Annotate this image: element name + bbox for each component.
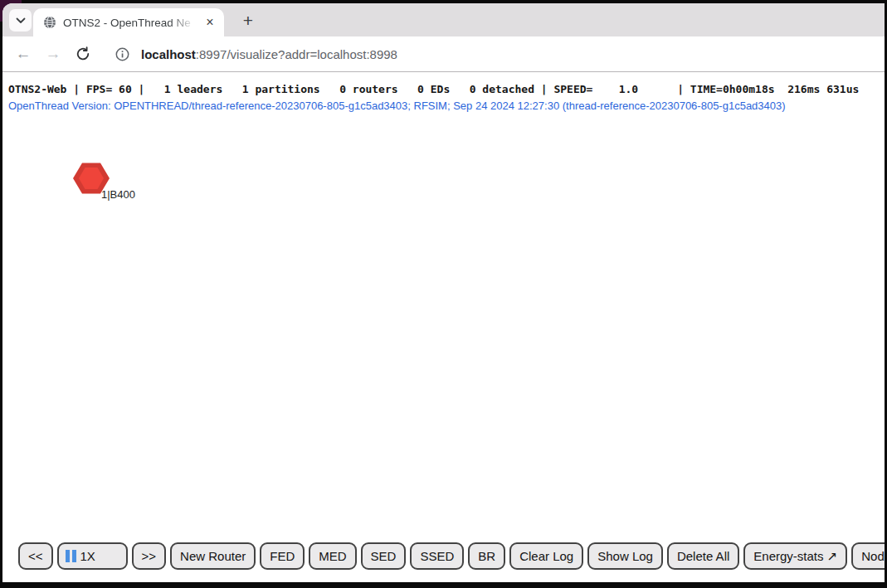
reload-icon [76,46,90,61]
url-text[interactable]: localhost:8997/visualize?addr=localhost:… [141,47,397,61]
delete-all-button-label: Delete All [677,549,729,563]
speed-down-button[interactable]: << [18,542,53,570]
browser-window: OTNS2 - OpenThread Ne × + ← → [2,3,885,582]
back-arrow-icon: ← [16,45,32,63]
globe-icon [43,16,56,29]
new-router-button[interactable]: New Router [170,542,256,570]
delete-all-button[interactable]: Delete All [667,542,739,570]
url-path: :8997/visualize?addr=localhost:8998 [196,47,397,61]
tab-title: OTNS2 - OpenThread Ne [63,17,199,29]
browser-tab[interactable]: OTNS2 - OpenThread Ne × [33,8,224,36]
show-log-button[interactable]: Show Log [587,542,663,570]
clear-log-button-label: Clear Log [519,549,573,563]
speed-up-button-label: >> [142,549,157,563]
back-button[interactable]: ← [11,41,36,66]
address-bar: ← → localhost:8997/visualize?addr=localh… [2,36,885,72]
simulation-status-line: OTNS2-Web | FPS= 60 | 1 leaders 1 partit… [8,83,859,95]
new-br-button[interactable]: BR [468,542,505,570]
new-fed-button[interactable]: FED [260,542,305,570]
new-ssed-button-label: SSED [420,549,454,563]
tab-search-dropdown-button[interactable] [9,9,32,32]
show-log-button-label: Show Log [597,549,653,563]
energy-stats-button-label: Energy-stats ↗ [753,549,837,564]
pause-icon [66,550,76,562]
node-stats-button[interactable]: Node-stats ↗ [851,542,885,570]
new-sed-button-label: SED [371,549,397,563]
new-tab-button[interactable]: + [237,10,259,32]
pause-speed-button[interactable]: 1X [57,542,128,570]
clear-log-button[interactable]: Clear Log [509,542,583,570]
node-stats-button-label: Node-stats ↗ [861,549,885,564]
new-br-button-label: BR [478,549,495,563]
speed-up-button[interactable]: >> [132,542,167,570]
speed-down-button-label: << [28,549,43,563]
site-info-icon[interactable] [115,47,129,61]
new-ssed-button[interactable]: SSED [410,542,464,570]
new-sed-button[interactable]: SED [361,542,407,570]
forward-button[interactable]: → [41,41,66,66]
node-label: 1|B400 [101,188,135,201]
new-router-button-label: New Router [180,549,246,563]
tab-close-icon[interactable]: × [202,15,217,30]
action-toolbar: <<1X>>New RouterFEDMEDSEDSSEDBRClear Log… [18,542,885,570]
energy-stats-button[interactable]: Energy-stats ↗ [743,542,847,570]
reload-button[interactable] [71,41,95,66]
url-host: localhost [141,47,196,61]
pause-speed-button-label: 1X [80,549,95,563]
new-fed-button-label: FED [270,549,295,563]
url-box[interactable]: localhost:8997/visualize?addr=localhost:… [115,47,397,61]
openthread-version-line: OpenThread Version: OPENTHREAD/thread-re… [8,100,786,112]
otns-canvas[interactable]: OTNS2-Web | FPS= 60 | 1 leaders 1 partit… [2,72,885,582]
new-med-button[interactable]: MED [309,542,356,570]
new-med-button-label: MED [319,549,346,563]
tab-strip: OTNS2 - OpenThread Ne × + [2,3,885,36]
forward-arrow-icon: → [46,45,61,63]
chevron-down-icon [16,17,26,24]
